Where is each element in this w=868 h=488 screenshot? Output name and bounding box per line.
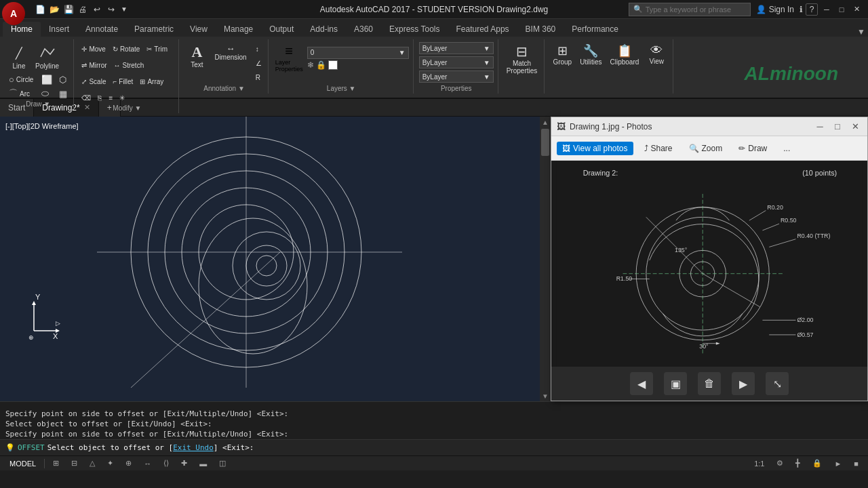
text-button[interactable]: A Text	[184, 42, 209, 70]
grid-btn[interactable]: ⊞	[49, 458, 63, 468]
more-btn[interactable]: ...	[778, 142, 795, 155]
scale-btn[interactable]: ⤢ Scale	[79, 75, 108, 88]
scroll-thumb[interactable]	[541, 129, 549, 156]
minimize-button[interactable]: ─	[821, 3, 833, 16]
hardwire-btn[interactable]: ►	[830, 459, 846, 468]
photos-minimize-btn[interactable]: ─	[813, 120, 827, 134]
search-bar[interactable]: 🔍	[629, 3, 751, 16]
tab-output[interactable]: Output	[261, 22, 302, 37]
array-btn[interactable]: ⊞ Array	[138, 75, 165, 88]
polyline-button[interactable]: Polyline	[33, 42, 62, 71]
tab-manage[interactable]: Manage	[216, 22, 261, 37]
photos-forward-btn[interactable]: ▶	[732, 372, 755, 395]
ortho-btn[interactable]: △	[85, 458, 99, 468]
rotate-btn[interactable]: ↻ Rotate	[111, 42, 142, 56]
arc-small-btn[interactable]: ⌒ Arc	[7, 87, 35, 100]
maximize-button[interactable]: □	[835, 3, 848, 16]
photos-maximize-btn[interactable]: □	[831, 120, 844, 134]
layer-color-btn[interactable]	[328, 60, 338, 70]
model-btn[interactable]: MODEL	[5, 459, 40, 468]
hatch-btn[interactable]: ▦	[57, 87, 69, 100]
tab-bim360[interactable]: BIM 360	[517, 22, 564, 37]
copy-btn[interactable]: ⎘	[96, 91, 104, 104]
layer-lock-btn[interactable]: 🔒	[316, 60, 326, 70]
photos-film-btn[interactable]: ▣	[664, 372, 687, 395]
qa-redo[interactable]: ↪	[105, 3, 117, 16]
offset-btn[interactable]: ≡	[106, 91, 115, 104]
layer-dropdown[interactable]: 0 ▼	[307, 47, 409, 59]
layer-freeze-btn[interactable]: ❄	[307, 60, 314, 70]
poly-btn[interactable]: ⬡	[57, 73, 69, 86]
prop-dropdown-linetype[interactable]: ByLayer ▼	[419, 56, 494, 68]
snap-btn[interactable]: ⊟	[67, 458, 81, 468]
sign-in-button[interactable]: 👤 Sign In	[756, 5, 794, 14]
qa-dropdown[interactable]: ▼	[119, 3, 129, 16]
mirror-btn[interactable]: ⇌ Mirror	[79, 58, 108, 72]
scroll-up-btn[interactable]: ▲	[540, 117, 551, 127]
lock-ui-btn[interactable]: 🔒	[808, 458, 826, 468]
tab-addins[interactable]: Add-ins	[302, 22, 346, 37]
layer-properties-button[interactable]: ≡ LayerProperties	[274, 42, 304, 74]
trim-btn[interactable]: ✂ Trim	[144, 42, 170, 56]
canvas-area[interactable]: [-][Top][2D Wireframe]	[0, 117, 540, 401]
workspaces-btn[interactable]: ╋	[791, 458, 804, 468]
match-properties-button[interactable]: ⊟ MatchProperties	[504, 42, 540, 76]
app-button[interactable]: A	[2, 2, 25, 25]
stretch-btn[interactable]: ↔ Stretch	[112, 58, 146, 72]
clipboard-button[interactable]: 📋 Clipboard	[608, 42, 642, 67]
photos-close-btn[interactable]: ✕	[848, 120, 862, 134]
view-button[interactable]: 👁 View	[644, 42, 669, 66]
osnap-btn[interactable]: ⊕	[121, 458, 136, 468]
ellipse-btn[interactable]: ⬭	[39, 87, 54, 100]
prop-dropdown-color[interactable]: ByLayer ▼	[419, 42, 494, 54]
help-button[interactable]: ?	[806, 3, 818, 16]
dim-linear-btn[interactable]: ↕	[254, 42, 264, 56]
group-button[interactable]: ⊞ Group	[550, 42, 574, 67]
move-btn[interactable]: ✛ Move	[79, 42, 107, 56]
scale-btn-status[interactable]: 1:1	[750, 459, 768, 468]
explode-btn[interactable]: ✳	[117, 91, 127, 104]
fullscreen-btn[interactable]: ■	[850, 459, 863, 468]
tab-parametric[interactable]: Parametric	[126, 22, 182, 37]
qa-open[interactable]: 📂	[48, 3, 60, 16]
search-input[interactable]	[646, 5, 746, 14]
utilities-button[interactable]: 🔧 Utilities	[577, 42, 604, 67]
photos-delete-btn[interactable]: 🗑	[698, 372, 721, 395]
view-all-photos-btn[interactable]: 🖼 View all photos	[557, 142, 633, 155]
qa-undo[interactable]: ↩	[91, 3, 103, 16]
qa-new[interactable]: 📄	[34, 3, 46, 16]
dim-radius-btn[interactable]: R	[254, 70, 264, 84]
share-btn[interactable]: ⤴ Share	[639, 142, 678, 155]
tab-a360[interactable]: A360	[346, 22, 381, 37]
tab-featured[interactable]: Featured Apps	[448, 22, 517, 37]
scroll-down-btn[interactable]: ▼	[540, 390, 551, 401]
zoom-btn[interactable]: 🔍 Zoom	[684, 142, 728, 155]
rect-btn[interactable]: ⬜	[39, 73, 54, 86]
dim-angular-btn[interactable]: ∠	[254, 56, 264, 70]
tab-insert[interactable]: Insert	[41, 22, 77, 37]
photos-expand-btn[interactable]: ⤡	[766, 372, 789, 395]
otrack-btn[interactable]: ↔	[140, 459, 155, 468]
settings-btn[interactable]: ⚙	[772, 458, 787, 468]
tab-performance[interactable]: Performance	[564, 22, 627, 37]
tab-annotate[interactable]: Annotate	[77, 22, 126, 37]
tab-view[interactable]: View	[182, 22, 216, 37]
line-button[interactable]: ╱ Line	[7, 42, 31, 71]
fillet-btn[interactable]: ⌐ Fillet	[111, 75, 135, 88]
info-button[interactable]: ℹ	[800, 5, 803, 14]
lw-btn[interactable]: ▬	[195, 459, 211, 468]
close-button[interactable]: ✕	[850, 3, 863, 16]
qa-print[interactable]: 🖨	[77, 3, 89, 16]
polar-btn[interactable]: ✦	[103, 458, 117, 468]
qa-save[interactable]: 💾	[62, 3, 75, 16]
tab-express[interactable]: Express Tools	[381, 22, 448, 37]
ribbon-collapse-icon[interactable]: ▼	[857, 27, 865, 37]
photos-back-btn[interactable]: ◀	[630, 372, 653, 395]
circle-small-btn[interactable]: ○ Circle	[7, 73, 35, 86]
ucs-btn[interactable]: ⟨⟩	[159, 458, 173, 468]
prop-dropdown-lineweight[interactable]: ByLayer ▼	[419, 70, 494, 83]
draw-tool-btn[interactable]: ✏ Draw	[733, 142, 772, 155]
erase-btn[interactable]: ⌫	[79, 91, 93, 104]
dyn-btn[interactable]: ✚	[177, 458, 191, 468]
trans-btn[interactable]: ◫	[215, 458, 230, 468]
